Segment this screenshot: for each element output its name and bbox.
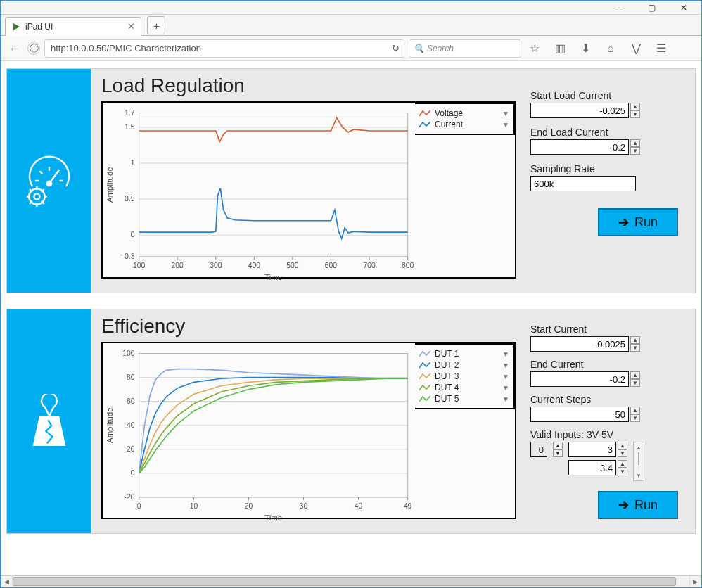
plot-area[interactable]: -2002040608010001020304049TimeAmplitude: [103, 343, 415, 518]
run-button[interactable]: ➔ Run: [598, 208, 678, 236]
end-current-label: End Current: [530, 359, 685, 370]
legend-item[interactable]: DUT 3 ▼: [419, 371, 509, 381]
run-arrow-icon: ➔: [618, 215, 629, 230]
scroll-up-button[interactable]: ▲: [634, 442, 644, 452]
browser-tab[interactable]: iPad UI ✕: [5, 17, 141, 36]
spin-down-button[interactable]: ▼: [630, 344, 640, 352]
legend-label: Voltage: [435, 108, 463, 118]
horizontal-scrollbar[interactable]: ◀ ▶: [1, 575, 701, 587]
legend-dropdown-icon[interactable]: ▼: [502, 110, 509, 117]
valid-input-0[interactable]: [568, 442, 616, 457]
spin-up-button[interactable]: ▲: [630, 103, 640, 110]
pocket-icon[interactable]: ⋁: [627, 39, 645, 58]
spin-up-button[interactable]: ▲: [630, 139, 640, 147]
run-button-label: Run: [634, 498, 658, 513]
chart-legend: Voltage ▼ Current ▼: [415, 103, 515, 135]
svg-text:-20: -20: [125, 493, 135, 501]
scroll-down-button[interactable]: ▼: [634, 471, 644, 480]
window-close-button[interactable]: ✕: [668, 1, 700, 14]
bookmark-star-icon[interactable]: ☆: [525, 39, 544, 58]
url-bar[interactable]: ↻: [44, 39, 404, 58]
back-button[interactable]: ←: [5, 39, 23, 58]
downloads-icon[interactable]: ⬇: [576, 39, 594, 58]
tab-close-icon[interactable]: ✕: [127, 21, 135, 32]
svg-text:Amplitude: Amplitude: [106, 167, 114, 202]
legend-item[interactable]: DUT 1 ▼: [419, 349, 509, 359]
spin-up-button[interactable]: ▲: [618, 442, 627, 449]
legend-swatch-icon: [419, 395, 430, 403]
url-input[interactable]: [49, 42, 392, 54]
spin-down-button[interactable]: ▼: [630, 110, 640, 118]
panel-title: Efficiency: [101, 315, 516, 338]
legend-dropdown-icon[interactable]: ▼: [502, 384, 509, 392]
identity-icon[interactable]: ⓘ: [27, 42, 40, 55]
svg-text:100: 100: [133, 262, 145, 269]
panel-title: Load Regulation: [101, 75, 516, 97]
svg-text:Time: Time: [264, 273, 282, 281]
index-spin-up[interactable]: ▲: [553, 442, 563, 449]
tab-favicon-icon: [11, 22, 21, 32]
plot-area[interactable]: -0.300.511.51.7100200300400500600700800T…: [103, 103, 415, 277]
start-load-current-label: Start Load Current: [530, 90, 685, 101]
svg-text:1.5: 1.5: [125, 123, 135, 131]
page-content: Load Regulation -0.300.511.51.7100200300…: [1, 61, 701, 587]
chart-container: -0.300.511.51.7100200300400500600700800T…: [101, 101, 516, 279]
window-minimize-button[interactable]: —: [603, 1, 635, 14]
end-load-current-input[interactable]: [530, 139, 629, 155]
svg-marker-0: [13, 23, 20, 30]
efficiency-panel: Efficiency -2002040608010001020304049Tim…: [6, 309, 696, 534]
sampling-rate-label: Sampling Rate: [530, 163, 685, 174]
end-current-input[interactable]: [530, 371, 629, 387]
legend-item[interactable]: Current ▼: [419, 120, 509, 129]
spin-down-button[interactable]: ▼: [630, 379, 640, 387]
search-icon: 🔍: [414, 44, 424, 53]
svg-text:60: 60: [127, 397, 135, 405]
reload-icon[interactable]: ↻: [392, 43, 400, 53]
legend-item[interactable]: DUT 2 ▼: [419, 360, 509, 370]
svg-text:0: 0: [131, 231, 135, 238]
spin-up-button[interactable]: ▲: [630, 407, 640, 414]
spin-down-button[interactable]: ▼: [618, 468, 627, 475]
legend-dropdown-icon[interactable]: ▼: [502, 350, 509, 358]
new-tab-button[interactable]: +: [147, 16, 165, 34]
spin-up-button[interactable]: ▲: [618, 460, 627, 468]
chart-legend: DUT 1 ▼ DUT 2 ▼ DUT 3 ▼ DUT 4 ▼ DUT 5 ▼: [415, 343, 515, 409]
valid-inputs-scrollbar[interactable]: ▲ ▼: [633, 442, 644, 481]
svg-text:1.7: 1.7: [125, 109, 135, 117]
search-bar[interactable]: 🔍 Search: [409, 39, 521, 58]
start-current-input[interactable]: [530, 336, 629, 352]
spin-down-button[interactable]: ▼: [630, 147, 640, 155]
valid-input-1[interactable]: [568, 460, 616, 475]
panel-icon-stripe: [7, 309, 91, 533]
svg-line-4: [39, 171, 42, 174]
scroll-left-button[interactable]: ◀: [1, 576, 13, 587]
window-maximize-button[interactable]: ▢: [635, 1, 668, 14]
legend-item[interactable]: Voltage ▼: [419, 108, 509, 118]
spin-up-button[interactable]: ▲: [630, 336, 640, 344]
legend-swatch-icon: [419, 383, 430, 392]
legend-label: DUT 4: [435, 383, 459, 392]
run-button[interactable]: ➔ Run: [598, 491, 678, 519]
svg-text:400: 400: [248, 262, 260, 269]
hamburger-menu-icon[interactable]: ☰: [652, 39, 670, 58]
legend-dropdown-icon[interactable]: ▼: [502, 373, 509, 381]
legend-item[interactable]: DUT 5 ▼: [419, 394, 509, 404]
home-icon[interactable]: ⌂: [601, 39, 620, 58]
legend-dropdown-icon[interactable]: ▼: [502, 121, 509, 129]
valid-inputs-index[interactable]: 0: [530, 442, 547, 457]
scroll-right-button[interactable]: ▶: [689, 576, 701, 587]
spin-up-button[interactable]: ▲: [630, 371, 640, 379]
start-load-current-input[interactable]: [530, 103, 629, 118]
legend-item[interactable]: DUT 4 ▼: [419, 383, 509, 392]
library-icon[interactable]: ▥: [551, 39, 569, 58]
legend-dropdown-icon[interactable]: ▼: [502, 395, 509, 403]
svg-text:200: 200: [172, 262, 184, 269]
index-spin-down[interactable]: ▼: [553, 449, 563, 457]
sampling-rate-input[interactable]: [530, 176, 636, 191]
legend-dropdown-icon[interactable]: ▼: [502, 362, 509, 369]
legend-label: DUT 3: [435, 371, 459, 381]
current-steps-input[interactable]: [530, 407, 629, 422]
svg-text:600: 600: [325, 262, 337, 269]
spin-down-button[interactable]: ▼: [630, 414, 640, 422]
spin-down-button[interactable]: ▼: [618, 449, 627, 457]
